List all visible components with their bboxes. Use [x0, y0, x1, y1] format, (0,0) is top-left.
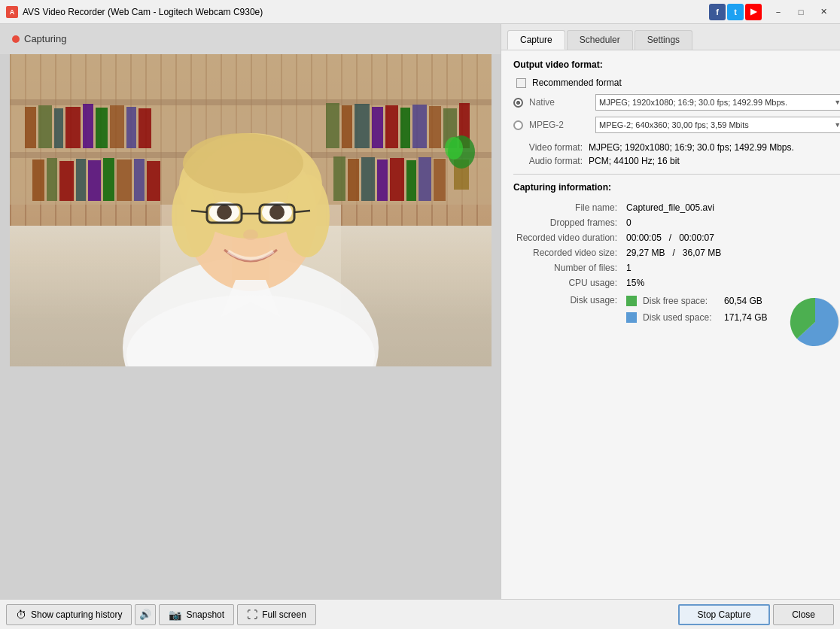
disk-free-color: [626, 296, 637, 306]
native-dropdown-arrow: ▼: [834, 99, 840, 106]
svg-rect-6: [54, 108, 63, 148]
show-history-button[interactable]: ⏱ Show capturing history: [6, 604, 132, 625]
capturing-info-title: Capturing information:: [513, 182, 840, 193]
mpeg2-label: MPEG-2: [529, 120, 589, 130]
disk-usage-section: Disk free space: 60,54 GB Disk used spac…: [626, 296, 840, 348]
maximize-button[interactable]: □: [790, 5, 811, 20]
capture-status: Capturing: [12, 33, 66, 44]
video-size-label: Recorded video size:: [513, 245, 623, 260]
video-size-row: Recorded video size: 29,27 MB / 36,07 MB: [513, 245, 840, 260]
svg-rect-10: [110, 105, 124, 148]
tab-scheduler[interactable]: Scheduler: [567, 30, 633, 50]
svg-rect-35: [377, 160, 388, 201]
mpeg2-format-row: MPEG-2 MPEG-2; 640x360; 30,00 fps; 3,59 …: [513, 117, 840, 133]
twitter-icon[interactable]: t: [727, 4, 744, 20]
svg-point-50: [183, 133, 303, 193]
disk-usage-label: Disk usage:: [513, 290, 623, 351]
native-label: Native: [529, 97, 589, 108]
minimize-button[interactable]: −: [768, 5, 789, 20]
history-icon: ⏱: [16, 609, 26, 621]
svg-rect-2: [10, 99, 492, 105]
close-button[interactable]: Close: [773, 604, 834, 625]
file-name-label: File name:: [513, 200, 623, 215]
disk-used-item: Disk used space: 171,74 GB: [626, 312, 777, 323]
disk-used-value: 171,74 GB: [724, 312, 777, 323]
facebook-icon[interactable]: f: [709, 4, 726, 20]
close-window-button[interactable]: ✕: [813, 5, 834, 20]
volume-button[interactable]: 🔊: [135, 604, 156, 625]
video-duration-value: 00:00:05 / 00:00:07: [623, 230, 840, 245]
mpeg2-dropdown-arrow: ▼: [834, 121, 840, 129]
right-panel: Capture Scheduler Settings Output video …: [501, 24, 840, 599]
person-svg: [10, 54, 492, 366]
svg-rect-7: [65, 107, 81, 148]
file-name-value: Captured_file_005.avi: [623, 200, 840, 215]
svg-point-54: [269, 205, 285, 220]
volume-icon: 🔊: [139, 609, 151, 620]
cpu-usage-row: CPU usage: 15%: [513, 275, 840, 290]
capture-status-text: Capturing: [24, 33, 66, 44]
native-radio[interactable]: [513, 98, 523, 108]
capturing-info-table: File name: Captured_file_005.avi Dropped…: [513, 200, 840, 351]
camera-icon: 📷: [169, 609, 181, 621]
disk-free-label: Disk free space:: [643, 296, 718, 306]
app-icon: A: [6, 6, 18, 18]
pie-chart-svg: [789, 296, 840, 348]
svg-rect-28: [103, 158, 114, 201]
dropped-frames-label: Dropped frames:: [513, 215, 623, 230]
mpeg2-format-select[interactable]: MPEG-2; 640x360; 30,00 fps; 3,59 Mbits ▼: [595, 117, 840, 133]
svg-rect-19: [412, 105, 427, 148]
audio-format-value: PCM; 44100 Hz; 16 bit: [589, 156, 680, 166]
history-btn-label: Show capturing history: [31, 609, 122, 620]
disk-used-color: [626, 312, 637, 323]
native-format-select[interactable]: MJPEG; 1920x1080; 16:9; 30.0 fps; 1492.9…: [595, 94, 840, 111]
stop-capture-button[interactable]: Stop Capture: [678, 604, 771, 625]
bottom-toolbar: ⏱ Show capturing history 🔊 📷 Snapshot ⛶ …: [0, 599, 840, 629]
disk-free-value: 60,54 GB: [724, 296, 777, 306]
main-content: Capturing: [0, 24, 840, 599]
section-divider: [513, 174, 840, 175]
svg-rect-14: [342, 105, 352, 148]
video-format-value: MJPEG; 1920x1080; 16:9; 30.0 fps; 1492.9…: [589, 142, 794, 153]
audio-format-row: Audio format: PCM; 44100 Hz; 16 bit: [513, 156, 840, 166]
svg-rect-5: [38, 105, 52, 148]
tab-settings[interactable]: Settings: [635, 30, 692, 50]
window-title: AVS Video Recorder (Web Cam - Logitech W…: [23, 7, 709, 17]
dropped-frames-row: Dropped frames: 0: [513, 215, 840, 230]
svg-point-60: [243, 229, 258, 240]
svg-rect-4: [25, 107, 36, 148]
native-select-value: MJPEG; 1920x1080; 16:9; 30.0 fps; 1492.9…: [599, 98, 834, 107]
video-size-value: 29,27 MB / 36,07 MB: [623, 245, 840, 260]
svg-rect-15: [355, 104, 370, 148]
snapshot-btn-label: Snapshot: [186, 609, 224, 620]
video-duration-row: Recorded video duration: 00:00:05 / 00:0…: [513, 230, 840, 245]
cpu-usage-value: 15%: [623, 275, 840, 290]
tab-capture[interactable]: Capture: [507, 30, 565, 50]
video-format-row: Video format: MJPEG; 1920x1080; 16:9; 30…: [513, 142, 840, 153]
svg-rect-16: [372, 107, 383, 148]
svg-rect-23: [32, 160, 44, 201]
window-controls: − □ ✕: [768, 5, 834, 20]
svg-point-49: [285, 175, 330, 257]
disk-legend: Disk free space: 60,54 GB Disk used spac…: [626, 296, 777, 323]
svg-rect-26: [76, 159, 86, 201]
recommended-checkbox[interactable]: [516, 78, 526, 88]
svg-rect-29: [117, 160, 132, 201]
fullscreen-button[interactable]: ⛶ Full screen: [237, 604, 316, 625]
video-format-label: Video format:: [513, 142, 589, 153]
disk-pie-chart: [789, 296, 840, 348]
svg-rect-13: [326, 103, 339, 148]
youtube-icon[interactable]: ▶: [745, 4, 762, 20]
fullscreen-icon: ⛶: [247, 609, 257, 621]
svg-rect-30: [134, 159, 145, 201]
svg-rect-36: [390, 158, 404, 201]
svg-rect-20: [429, 106, 441, 148]
video-duration-label: Recorded video duration:: [513, 230, 623, 245]
mpeg2-select-value: MPEG-2; 640x360; 30,00 fps; 3,59 Mbits: [599, 120, 834, 129]
svg-rect-18: [400, 108, 410, 148]
num-files-label: Number of files:: [513, 260, 623, 275]
format-options: Recommended format Native MJPEG; 1920x10…: [513, 77, 840, 133]
disk-free-item: Disk free space: 60,54 GB: [626, 296, 777, 306]
snapshot-button[interactable]: 📷 Snapshot: [159, 604, 234, 625]
mpeg2-radio[interactable]: [513, 120, 523, 130]
